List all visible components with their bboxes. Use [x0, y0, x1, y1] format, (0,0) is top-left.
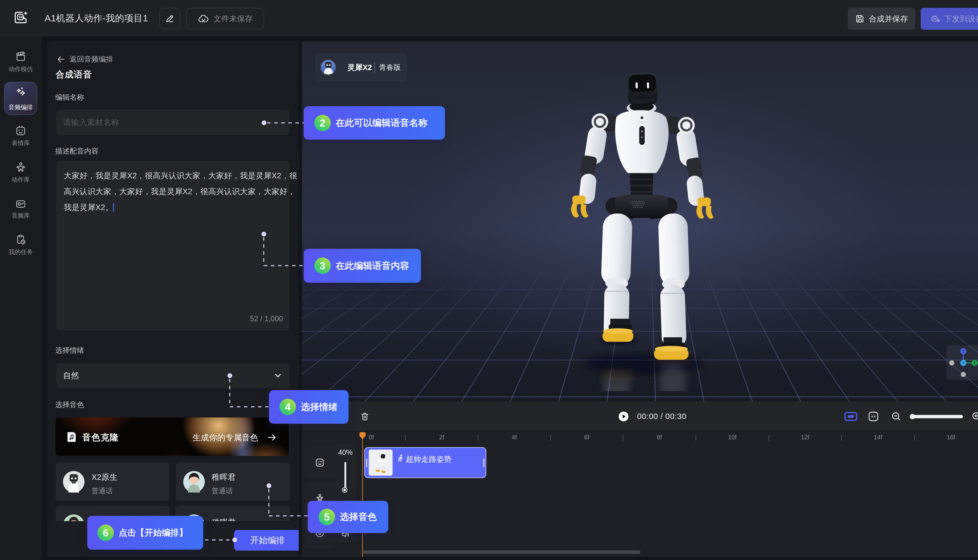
svg-text:Z: Z [962, 350, 964, 353]
svg-text:Y: Y [962, 361, 965, 365]
svg-text:X: X [974, 361, 976, 365]
svg-text:UNI·X2: UNI·X2 [639, 122, 645, 123]
